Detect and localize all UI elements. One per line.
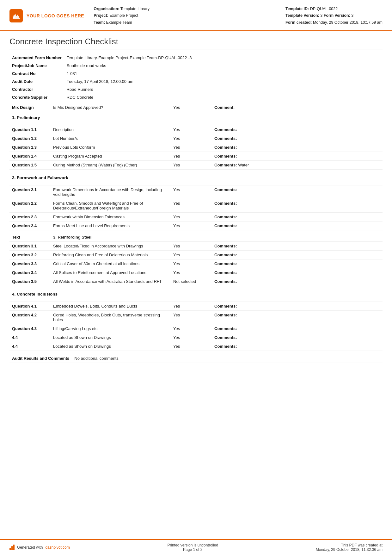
template-version-label: Template Version: [285, 13, 319, 18]
questions-table-reinforcing: Question 3.1 Steel Located/Fixed in Acco… [9, 242, 383, 286]
form-created-line: Form created: Monday, 29 October 2018, 1… [285, 19, 383, 26]
question-comment: Comments: [212, 259, 383, 268]
field-label: Project/Job Name [9, 62, 64, 70]
question-row: Question 4.2 Cored Holes, Weepholes, Blo… [9, 310, 383, 324]
question-comment: Comments: [212, 324, 383, 333]
version-line: Template Version: 3 Form Version: 3 [285, 12, 383, 19]
question-row: Question 1.2 Lot Number/s Yes Comments: [9, 134, 383, 143]
question-row: 4.4 Located as Shown on Drawings Yes Com… [9, 342, 383, 351]
question-id: Question 4.1 [9, 302, 51, 310]
sections-container: 1. Preliminary Question 1.1 Description … [9, 112, 383, 353]
field-row: Contract No 1-031 [9, 70, 383, 78]
question-desc: Cored Holes, Weepholes, Block Outs, tran… [51, 310, 171, 324]
header: YOUR LOGO GOES HERE Organisation: Templa… [0, 0, 392, 31]
question-desc: Previous Lots Conform [51, 143, 171, 152]
question-comment: Comments: [212, 185, 383, 199]
audit-results-value: No additional comments [72, 353, 383, 363]
project-label: Project: [94, 13, 108, 18]
team-line: Team: Example Team [94, 19, 285, 26]
svg-point-1 [13, 16, 15, 18]
mix-design-label: Mix Design [9, 103, 51, 112]
form-version-value: 3 [351, 13, 353, 18]
logo-icon [9, 9, 23, 22]
questions-table-preliminary: Question 1.1 Description Yes Comments: Q… [9, 121, 383, 170]
org-value: Template Library [120, 7, 150, 11]
mix-design-table: Mix Design Is Mix Designed Approved? Yes… [9, 103, 383, 112]
section-title-inline: 3. Reinforcing Steel [51, 233, 383, 242]
question-row: Question 1.4 Casting Program Accepted Ye… [9, 152, 383, 160]
field-label: Audit Date [9, 78, 64, 85]
question-row: Question 1.3 Previous Lots Conform Yes C… [9, 143, 383, 152]
question-answer: Yes [171, 185, 212, 199]
question-id: Question 2.3 [9, 212, 51, 221]
field-value: RDC Concrete [64, 93, 383, 101]
question-comment: Comments: [212, 242, 383, 251]
question-row: Question 4.3 Lifting/Carrying Lugs etc Y… [9, 324, 383, 333]
question-row: Question 3.1 Steel Located/Fixed in Acco… [9, 242, 383, 251]
question-desc: Forms Clean, Smooth and Watertight and F… [51, 199, 171, 212]
question-comment: Comments: [212, 333, 383, 342]
question-row: Question 4.1 Embedded Dowels, Bolts, Con… [9, 302, 383, 310]
question-answer: Yes [171, 221, 212, 230]
footer-link[interactable]: dashpivot.com [45, 545, 70, 550]
footer-page-text: Page 1 of 2 [183, 547, 202, 552]
field-label: Contractor [9, 85, 64, 93]
question-answer: Yes [171, 143, 212, 152]
question-comment: Comments: [212, 221, 383, 230]
question-row: Question 3.3 Critical Cover of 30mm Chec… [9, 259, 383, 268]
question-id: Question 1.1 [9, 125, 51, 134]
header-right: Template ID: DP-QUAL-0022 Template Versi… [285, 6, 383, 26]
section-header: 4. Concrete Inclusions [9, 289, 383, 298]
doc-title: Concrete Inspection Checklist [9, 37, 383, 49]
question-desc: Description [51, 125, 171, 134]
questions-table-concrete: Question 4.1 Embedded Dowels, Bolts, Con… [9, 298, 383, 351]
question-comment: Comments: [212, 250, 383, 259]
question-desc: Lot Number/s [51, 134, 171, 143]
question-answer: Yes [171, 268, 212, 277]
question-row: Question 1.5 Curing Method (Stream) (Wat… [9, 160, 383, 169]
question-answer: Yes [171, 324, 212, 333]
audit-results-row: Audit Results and Comments No additional… [9, 353, 383, 363]
question-answer: Yes [171, 160, 212, 169]
question-desc: Formwork Dimensions in Accordance with D… [51, 185, 171, 199]
text-label: Text [9, 233, 51, 242]
question-comment: Comments: [212, 268, 383, 277]
question-row: Question 2.2 Forms Clean, Smooth and Wat… [9, 199, 383, 212]
question-row: Question 1.1 Description Yes Comments: [9, 125, 383, 134]
question-id: Question 1.4 [9, 152, 51, 160]
template-id-line: Template ID: DP-QUAL-0022 [285, 6, 383, 12]
question-answer: Not selected [171, 277, 212, 286]
question-row: Question 2.4 Forms Meet Line and Level R… [9, 221, 383, 230]
question-answer: Yes [171, 342, 212, 351]
footer-generated-text: Generated with [17, 545, 43, 550]
question-id: Question 1.3 [9, 143, 51, 152]
question-id: Question 1.5 [9, 160, 51, 169]
mix-design-comment: Comment: [212, 103, 383, 112]
page: YOUR LOGO GOES HERE Organisation: Templa… [0, 0, 392, 555]
question-desc: Curing Method (Stream) (Water) (Fog) (Ot… [51, 160, 171, 169]
question-answer: Yes [171, 250, 212, 259]
field-row: Project/Job Name Southside road works [9, 62, 383, 70]
mix-design-comment-label: Comment: [214, 105, 235, 110]
question-comment: Comments: [212, 199, 383, 212]
footer-uncontrolled: Printed version is uncontrolled [167, 543, 218, 547]
question-desc: Forms Meet Line and Level Requirements [51, 221, 171, 230]
question-id: Question 3.1 [9, 242, 51, 251]
question-desc: Casting Program Accepted [51, 152, 171, 160]
section-header: 1. Preliminary [9, 112, 383, 121]
footer: Generated with dashpivot.com Printed ver… [0, 539, 392, 555]
footer-center: Printed version is uncontrolled Page 1 o… [167, 543, 218, 552]
question-desc: All Splices to Reinforcement at Approved… [51, 268, 171, 277]
question-answer: Yes [171, 199, 212, 212]
question-answer: Yes [171, 333, 212, 342]
question-row: Question 3.2 Reinforcing Clean and Free … [9, 250, 383, 259]
question-id: Question 3.3 [9, 259, 51, 268]
question-comment: Comments: [212, 342, 383, 351]
dashpivot-icon [9, 545, 15, 550]
question-id: Question 2.1 [9, 185, 51, 199]
form-version-label: Form Version: [324, 13, 350, 18]
field-label: Automated Form Number [9, 54, 64, 62]
question-comment: Comments: [212, 302, 383, 310]
question-desc: Lifting/Carrying Lugs etc [51, 324, 171, 333]
question-answer: Yes [171, 310, 212, 324]
